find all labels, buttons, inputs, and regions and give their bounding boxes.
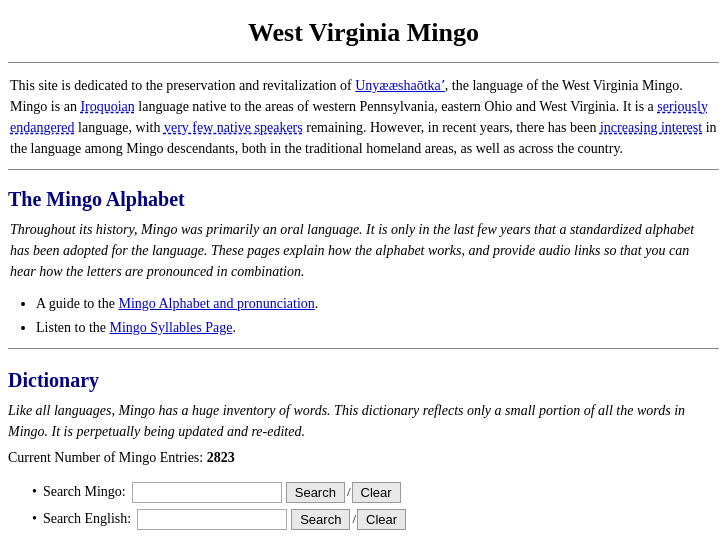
main-container: West Virginia Mingo This site is dedicat… [0,0,727,545]
language-link[interactable]: Unyææshaōtkaʼ [355,78,445,93]
clear-english-button[interactable]: Clear [357,509,406,530]
alphabet-title: The Mingo Alphabet [8,178,719,217]
search-english-label: Search English: [43,511,131,527]
divider-alphabet [8,169,719,170]
entry-count-value: 2823 [207,450,235,465]
slash-2: / [352,511,356,527]
syllables-link[interactable]: Mingo Syllables Page [110,320,233,335]
search-mingo-button[interactable]: Search [286,482,345,503]
search-mingo-input[interactable] [132,482,282,503]
increasing-link[interactable]: increasing interest [600,120,702,135]
divider-dictionary [8,348,719,349]
divider-top [8,62,719,63]
alphabet-pronunciation-link[interactable]: Mingo Alphabet and pronunciation [118,296,314,311]
dictionary-body: Like all languages, Mingo has a huge inv… [8,398,719,448]
entry-count: Current Number of Mingo Entries: 2823 [8,448,719,476]
few-speakers-link[interactable]: very few native speakers [164,120,303,135]
search-mingo-row: • Search Mingo: Search / Clear [32,482,719,503]
iroquoian-link[interactable]: Iroquoian [80,99,134,114]
search-english-row: • Search English: Search / Clear [32,509,719,530]
page-title: West Virginia Mingo [8,10,719,58]
list-item-alphabet: A guide to the Mingo Alphabet and pronun… [36,292,719,316]
alphabet-links-list: A guide to the Mingo Alphabet and pronun… [36,288,719,344]
dictionary-title: Dictionary [8,359,719,398]
search-english-button[interactable]: Search [291,509,350,530]
search-mingo-bullet: • [32,484,37,500]
search-mingo-label: Search Mingo: [43,484,126,500]
slash-1: / [347,484,351,500]
search-english-input[interactable] [137,509,287,530]
intro-paragraph: This site is dedicated to the preservati… [8,71,719,165]
clear-mingo-button[interactable]: Clear [352,482,401,503]
dictionary-section: Dictionary Like all languages, Mingo has… [8,357,719,530]
search-english-bullet: • [32,511,37,527]
alphabet-body: Throughout its history, Mingo was primar… [8,217,719,288]
list-item-syllables: Listen to the Mingo Syllables Page. [36,316,719,340]
